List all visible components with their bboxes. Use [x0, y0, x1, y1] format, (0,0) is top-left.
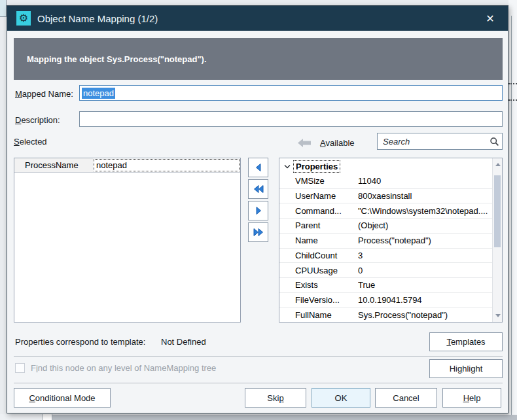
gear-icon: ⚙	[19, 13, 28, 24]
property-value: "C:\Windows\system32\notepad....	[358, 206, 492, 216]
arrow-double-right-icon	[253, 227, 264, 237]
available-properties-panel: Properties VMSize11040 UserName800xaesin…	[279, 158, 503, 323]
property-value: 0	[358, 266, 492, 275]
chevron-down-icon[interactable]	[284, 164, 291, 169]
conditional-mode-button[interactable]: Conditional Mode	[14, 388, 111, 408]
skip-button[interactable]: Skip	[245, 388, 306, 408]
property-row[interactable]: VMSize11040	[279, 174, 492, 188]
separator	[14, 383, 503, 383]
property-value: 11040	[358, 176, 492, 186]
separator	[14, 356, 503, 357]
mapped-name-input[interactable]: notepad	[79, 85, 503, 101]
scrollbar-thumb[interactable]	[494, 175, 501, 247]
available-label: Available	[320, 138, 355, 148]
background-dotted-line	[508, 83, 517, 84]
object-name-mapping-dialog: ⚙ Object Name Mapping (1/2) ✕ Mapping th…	[7, 5, 508, 413]
property-value: 10.0.19041.5794	[358, 295, 492, 305]
background-bottom-strip	[0, 414, 42, 420]
property-row[interactable]: FileVersio...10.0.19041.5794	[279, 292, 492, 307]
transfer-left-button[interactable]	[248, 158, 268, 177]
screen: ⚙ Object Name Mapping (1/2) ✕ Mapping th…	[0, 0, 517, 420]
property-name: Command...	[279, 206, 358, 216]
property-name: FullName	[279, 310, 358, 320]
transfer-all-left-button[interactable]	[248, 179, 268, 199]
property-value: Process("notepad")	[358, 236, 492, 245]
arrow-left-icon	[253, 162, 264, 173]
property-row[interactable]: ChildCount3	[279, 248, 492, 263]
selected-property-name: ProcessName	[14, 158, 93, 172]
help-button[interactable]: Help	[442, 388, 501, 408]
templates-button[interactable]: Templates	[429, 332, 503, 351]
property-row[interactable]: NameProcess("notepad")	[279, 233, 492, 248]
search-icon	[490, 137, 499, 147]
property-row[interactable]: FullNameSys.Process("notepad")	[279, 307, 492, 322]
property-row[interactable]: ExistsTrue	[279, 277, 492, 292]
highlight-button[interactable]: Highlight	[429, 359, 503, 378]
transfer-all-right-button[interactable]	[248, 222, 268, 242]
mapping-banner: Mapping the object Sys.Process("notepad"…	[14, 38, 503, 80]
title-bar: ⚙ Object Name Mapping (1/2) ✕	[7, 6, 508, 31]
close-icon[interactable]: ✕	[479, 12, 501, 25]
background-scrollbar-track[interactable]	[52, 415, 517, 420]
scroll-down-icon[interactable]	[493, 311, 503, 321]
background-right-strip	[508, 0, 517, 420]
description-input[interactable]	[79, 111, 503, 127]
search-input[interactable]	[382, 133, 490, 149]
background-dotted-line	[508, 99, 517, 101]
property-value: Sys.Process("notepad")	[358, 310, 492, 320]
transfer-right-button[interactable]	[248, 201, 268, 220]
property-value: 3	[358, 251, 492, 260]
property-value: 800xaesinstall	[358, 191, 492, 201]
property-name: FileVersio...	[279, 295, 358, 305]
arrow-double-left-icon	[253, 184, 264, 194]
properties-scrollbar[interactable]	[492, 158, 502, 322]
property-name: CPUUsage	[279, 266, 358, 275]
mapped-name-label: Mapped Name:	[15, 89, 73, 99]
move-back-arrow-icon	[297, 138, 312, 150]
ok-button[interactable]: OK	[312, 388, 370, 408]
background-panel-corner	[0, 0, 7, 17]
description-field[interactable]	[82, 112, 500, 126]
property-row[interactable]: CPUUsage0	[279, 262, 492, 277]
property-name: Name	[279, 236, 358, 245]
property-name: ChildCount	[279, 251, 358, 260]
selected-property-row[interactable]: ProcessName notepad	[14, 158, 240, 173]
template-status-value: Not Defined	[161, 337, 206, 347]
properties-group-header[interactable]: Properties	[279, 158, 492, 174]
find-node-checkbox[interactable]	[15, 363, 25, 373]
property-name: VMSize	[279, 176, 358, 186]
property-name: UserName	[279, 191, 358, 201]
property-value: (Object)	[358, 220, 492, 230]
description-label: Description:	[15, 115, 60, 125]
arrow-right-icon	[253, 205, 264, 216]
property-name: Parent	[279, 220, 358, 230]
property-rows: VMSize11040 UserName800xaesinstall Comma…	[279, 174, 492, 322]
property-row[interactable]: Command..."C:\Windows\system32\notepad..…	[279, 203, 492, 218]
selected-properties-list: ProcessName notepad	[14, 158, 241, 323]
find-node-label: Find this node on any level of NameMappi…	[31, 363, 216, 373]
template-status-label: Properties correspond to template:	[15, 337, 145, 347]
property-row[interactable]: Parent(Object)	[279, 218, 492, 233]
background-scrollbar-box	[42, 414, 52, 420]
background-vertical-divider	[511, 16, 512, 420]
name-mapping-icon: ⚙	[16, 11, 31, 26]
cancel-button[interactable]: Cancel	[375, 388, 437, 408]
properties-group-title: Properties	[294, 161, 340, 172]
mapped-name-selected-text: notepad	[82, 88, 115, 99]
property-row[interactable]: UserName800xaesinstall	[279, 188, 492, 203]
search-box[interactable]	[377, 133, 503, 150]
property-value: True	[358, 280, 492, 290]
dialog-title: Object Name Mapping (1/2)	[37, 13, 158, 24]
selected-property-value[interactable]: notepad	[93, 158, 240, 172]
scroll-up-icon[interactable]	[493, 160, 503, 169]
selected-label: Selected	[14, 137, 47, 147]
property-name: Exists	[279, 280, 358, 290]
